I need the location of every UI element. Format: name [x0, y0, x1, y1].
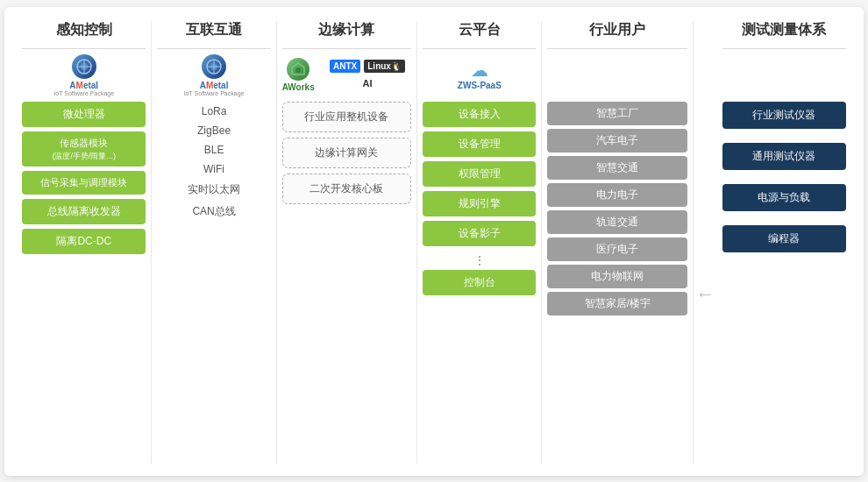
header-perception: 感知控制: [56, 21, 112, 39]
item-industry-6: 电力物联网: [547, 265, 687, 288]
ametal-icon: [72, 54, 96, 79]
cloud-dots: ⋮: [423, 253, 536, 267]
col-test: 测试测量体系 行业测试仪器 通用测试仪器 电源与负载 编程器: [717, 21, 851, 464]
cloud-text: ZWS-PaaS: [458, 81, 502, 90]
item-perception-3[interactable]: 总线隔离收发器: [22, 199, 146, 224]
perception-items: 微处理器 传感器模块(温度/手势/雨量...) 信号采集与调理模块 总线隔离收发…: [22, 102, 146, 259]
item-cloud-5[interactable]: 控制台: [423, 270, 536, 295]
item-edge-0[interactable]: 行业应用整机设备: [282, 102, 412, 132]
item-industry-0: 智慧工厂: [547, 102, 687, 125]
item-edge-1[interactable]: 边缘计算网关: [282, 138, 412, 168]
item-industry-3: 电力电子: [547, 183, 687, 207]
header-edge: 边缘计算: [318, 21, 374, 39]
svg-point-9: [295, 67, 301, 73]
industry-items: 智慧工厂 汽车电子 智慧交通 电力电子 轨道交通 医疗电子 电力物联网 智慧家居…: [547, 102, 687, 319]
cloud-icon: ☁: [471, 60, 488, 81]
item-test-2[interactable]: 电源与负载: [722, 184, 846, 211]
item-industry-5: 医疗电子: [547, 237, 687, 261]
item-connect-3: WiFi: [157, 159, 270, 179]
item-cloud-3[interactable]: 规则引擎: [423, 191, 536, 216]
logo-ametal: AMetal IoT Software Package: [53, 56, 114, 95]
item-edge-2[interactable]: 二次开发核心板: [282, 174, 412, 204]
item-connect-5: CAN总线: [157, 201, 270, 223]
item-cloud-2[interactable]: 权限管理: [423, 161, 536, 187]
ametal-sub: IoT Software Package: [53, 90, 114, 96]
ametal-text: AMetal: [69, 81, 98, 90]
item-cloud-0[interactable]: 设备接入: [423, 102, 536, 127]
edge-logos: ANTX Linux🐧 AI: [324, 60, 412, 90]
header-connect: 互联互通: [186, 21, 242, 39]
ai-tag: AI: [359, 76, 375, 90]
col-perception: 感知控制 AMetal IoT Software Package 微处理器 传感…: [17, 21, 152, 464]
ametal2-sub: IoT Software Package: [184, 90, 245, 96]
header-industry: 行业用户: [589, 21, 645, 39]
ametal2-icon: [202, 54, 226, 79]
aworks-text: AWorks: [282, 82, 315, 92]
item-perception-1[interactable]: 传感器模块(温度/手势/雨量...): [22, 131, 146, 167]
col-connect: 互联互通 AMetal IoT Software Package LoRa Zi…: [152, 21, 276, 464]
item-connect-1: ZigBee: [157, 121, 270, 140]
item-test-0[interactable]: 行业测试仪器: [722, 102, 846, 129]
col-cloud: 云平台 ☁ ZWS-PaaS 设备接入 设备管理 权限管理 规则引擎 设备影子 …: [417, 21, 542, 464]
item-connect-4: 实时以太网: [157, 179, 270, 201]
item-cloud-4[interactable]: 设备影子: [423, 221, 536, 246]
connect-items: LoRa ZigBee BLE WiFi 实时以太网 CAN总线: [157, 102, 270, 223]
item-test-1[interactable]: 通用测试仪器: [722, 143, 846, 170]
divider-industry: [547, 48, 687, 49]
item-industry-4: 轨道交通: [547, 210, 687, 234]
divider-perception: [22, 48, 146, 49]
logo-aworks: AWorks ANTX Linux🐧 AI: [282, 56, 412, 95]
item-industry-2: 智慧交通: [547, 156, 687, 180]
item-industry-1: 汽车电子: [547, 129, 687, 152]
col-industry: 行业用户 智慧工厂 汽车电子 智慧交通 电力电子 轨道交通 医疗电子 电力物联网…: [542, 21, 694, 464]
logo-ametal2: AMetal IoT Software Package: [184, 56, 245, 95]
main-container: 感知控制 AMetal IoT Software Package 微处理器 传感…: [4, 7, 864, 476]
divider-cloud: [423, 48, 536, 49]
ametal2-text: AMetal: [200, 81, 229, 90]
linux-tag: Linux🐧: [364, 60, 405, 73]
col-arrow: ←: [694, 21, 716, 464]
item-cloud-1[interactable]: 设备管理: [423, 131, 536, 157]
logo-zws: ☁ ZWS-PaaS: [458, 56, 502, 95]
item-industry-7: 智慧家居/楼宇: [547, 292, 687, 315]
col-edge: 边缘计算 AWorks ANTX Linux🐧 AI 行业应用整机设备 边缘计算…: [277, 21, 418, 464]
item-perception-2[interactable]: 信号采集与调理模块: [22, 171, 146, 195]
header-cloud: 云平台: [459, 21, 501, 39]
columns-layout: 感知控制 AMetal IoT Software Package 微处理器 传感…: [17, 21, 851, 464]
item-perception-0[interactable]: 微处理器: [22, 102, 146, 127]
item-test-3[interactable]: 编程器: [722, 225, 846, 252]
arrow-icon: ←: [695, 283, 715, 306]
antx-tag: ANTX: [330, 60, 360, 73]
divider-edge: [282, 48, 412, 49]
test-items: 行业测试仪器 通用测试仪器 电源与负载 编程器: [722, 102, 846, 258]
item-perception-4[interactable]: 隔离DC-DC: [22, 229, 146, 254]
edge-items: 行业应用整机设备 边缘计算网关 二次开发核心板: [282, 102, 412, 209]
item-connect-2: BLE: [157, 140, 270, 159]
aworks-icon: [287, 58, 309, 81]
cloud-items: 设备接入 设备管理 权限管理 规则引擎 设备影子 ⋮ 控制台: [423, 102, 536, 300]
divider-connect: [157, 48, 270, 49]
header-test: 测试测量体系: [742, 21, 826, 39]
item-connect-0: LoRa: [157, 102, 270, 121]
divider-test: [722, 48, 846, 49]
